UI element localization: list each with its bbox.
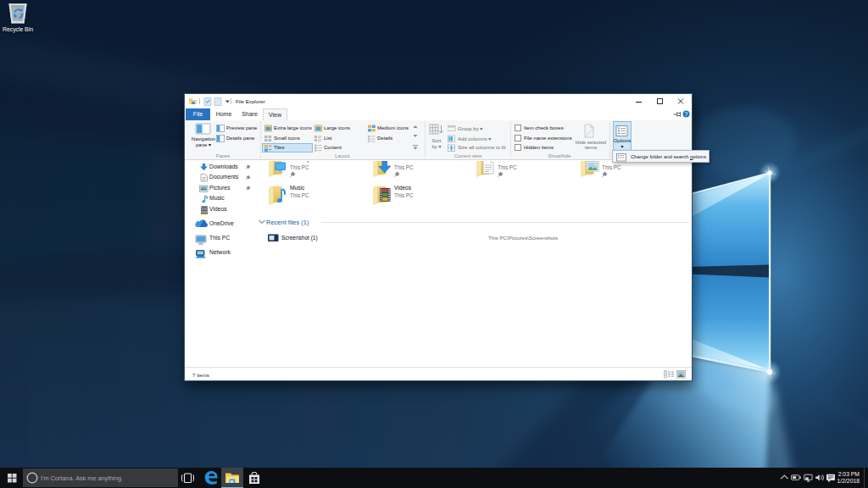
svg-text:?: ? [685, 111, 688, 117]
